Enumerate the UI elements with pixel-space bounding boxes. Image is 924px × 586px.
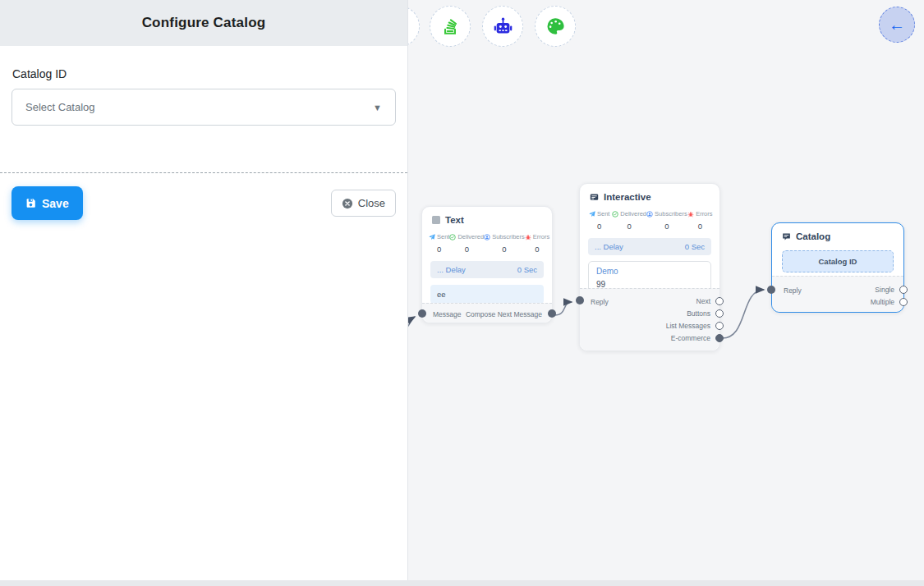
delay-label: ... Delay bbox=[437, 265, 466, 274]
toolbar-button-robot[interactable] bbox=[482, 6, 523, 47]
stack-icon bbox=[439, 16, 461, 37]
close-button-label: Close bbox=[358, 197, 385, 209]
stat-delivered: Delivered 0 bbox=[612, 210, 646, 231]
node-interactive-footer: Reply Next Buttons List Messages E-comme… bbox=[580, 288, 719, 350]
output-buttons: Buttons bbox=[687, 308, 719, 318]
handle-reply-input[interactable] bbox=[576, 296, 584, 304]
toolbar-button-stack[interactable] bbox=[430, 6, 471, 47]
sent-icon bbox=[429, 234, 435, 240]
save-button[interactable]: Save bbox=[11, 186, 83, 220]
message-input-label: Message bbox=[433, 310, 462, 318]
node-stats: Sent 0 Delivered 0 Subscribers 0 Errors … bbox=[422, 227, 552, 254]
flow-canvas[interactable]: ← Text Sent 0 bbox=[408, 0, 924, 586]
close-button[interactable]: Close bbox=[331, 190, 396, 217]
edge-interactive-to-catalog bbox=[721, 290, 764, 338]
output-next: Next bbox=[696, 295, 719, 306]
errors-icon bbox=[525, 234, 531, 240]
robot-icon bbox=[492, 16, 514, 38]
node-text-footer: Message Compose Next Message bbox=[422, 303, 552, 323]
delivered-icon bbox=[449, 234, 456, 240]
errors-icon bbox=[687, 211, 694, 217]
left-arrow-icon: ← bbox=[889, 16, 905, 33]
page-title: Configure Catalog bbox=[142, 15, 266, 31]
interactive-body-title: Demo bbox=[596, 267, 703, 276]
stat-errors: Errors 0 bbox=[687, 210, 713, 231]
node-interactive-header: Interactive bbox=[580, 184, 719, 204]
handle-list-messages-output[interactable] bbox=[715, 322, 724, 330]
catalog-select[interactable]: Select Catalog ▼ bbox=[11, 89, 396, 126]
stat-sent: Sent 0 bbox=[586, 210, 612, 231]
handle-buttons-output[interactable] bbox=[715, 309, 724, 318]
delay-label: ... Delay bbox=[595, 242, 623, 251]
close-icon bbox=[342, 198, 353, 209]
node-title: Interactive bbox=[604, 192, 651, 202]
stat-subscribers: Subscribers 0 bbox=[484, 233, 525, 254]
delay-row[interactable]: ... Delay 0 Sec bbox=[430, 261, 544, 278]
delivered-icon bbox=[612, 211, 618, 217]
save-icon bbox=[25, 198, 36, 208]
node-interactive[interactable]: Interactive Sent 0 Delivered 0 Subscribe… bbox=[579, 183, 720, 351]
edge-text-to-interactive bbox=[554, 302, 572, 315]
output-single: Single bbox=[875, 284, 903, 295]
catalog-select-value: Select Catalog bbox=[25, 101, 95, 113]
handle-multiple-output[interactable] bbox=[899, 298, 908, 306]
subscribers-icon bbox=[646, 211, 653, 217]
stat-subscribers: Subscribers 0 bbox=[646, 210, 687, 231]
node-text-header: Text bbox=[422, 207, 552, 227]
chevron-down-icon: ▼ bbox=[373, 103, 382, 112]
horizontal-scrollbar[interactable] bbox=[0, 580, 924, 586]
handle-reply-input[interactable] bbox=[767, 286, 775, 294]
handle-ecommerce-output[interactable] bbox=[715, 334, 724, 342]
message-preview[interactable]: ee bbox=[430, 285, 544, 304]
stat-delivered: Delivered 0 bbox=[449, 233, 484, 254]
handle-next-output[interactable] bbox=[715, 297, 724, 305]
panel-actions: Save Close bbox=[0, 173, 407, 220]
palette-icon bbox=[545, 16, 566, 37]
output-multiple: Multiple bbox=[871, 296, 903, 307]
node-title: Text bbox=[445, 215, 464, 225]
node-text[interactable]: Text Sent 0 Delivered 0 Subscribers 0 Er… bbox=[421, 206, 553, 323]
app-window: Configure Catalog Catalog ID Select Cata… bbox=[0, 0, 924, 586]
edge-incoming-to-text bbox=[408, 317, 415, 328]
configure-catalog-panel: Configure Catalog Catalog ID Select Cata… bbox=[0, 0, 408, 586]
output-ecommerce: E-commerce bbox=[671, 332, 719, 343]
subscribers-icon bbox=[484, 234, 490, 240]
save-button-label: Save bbox=[42, 197, 69, 210]
sent-icon bbox=[589, 211, 595, 217]
panel-body: Catalog ID Select Catalog ▼ bbox=[0, 46, 407, 137]
handle-message-input[interactable] bbox=[418, 309, 426, 318]
stat-errors: Errors 0 bbox=[525, 233, 549, 254]
interactive-node-icon bbox=[590, 193, 599, 202]
stat-sent: Sent 0 bbox=[429, 233, 449, 254]
toolbar-button-palette[interactable] bbox=[535, 6, 576, 47]
compose-next-message-label: Compose Next Message bbox=[466, 310, 542, 318]
reply-input-label: Reply bbox=[591, 298, 609, 306]
panel-header: Configure Catalog bbox=[0, 0, 407, 46]
node-catalog-header: Catalog bbox=[772, 223, 903, 244]
text-node-icon bbox=[432, 216, 440, 224]
catalog-id-label: Catalog ID bbox=[12, 67, 396, 80]
catalog-id-button[interactable]: Catalog ID bbox=[782, 250, 894, 272]
output-list-messages: List Messages bbox=[666, 320, 719, 331]
node-catalog-footer: Reply Single Multiple bbox=[772, 276, 903, 312]
node-stats: Sent 0 Delivered 0 Subscribers 0 Errors … bbox=[580, 204, 719, 231]
node-catalog[interactable]: Catalog Catalog ID Reply Single Multiple bbox=[771, 222, 904, 313]
delay-value: 0 Sec bbox=[517, 265, 537, 274]
toolbar-circle-partial[interactable] bbox=[408, 6, 420, 47]
delay-value: 0 Sec bbox=[685, 242, 705, 251]
catalog-node-icon bbox=[782, 232, 791, 241]
delay-row[interactable]: ... Delay 0 Sec bbox=[588, 238, 711, 255]
handle-compose-next-message-output[interactable] bbox=[548, 309, 556, 318]
handle-single-output[interactable] bbox=[899, 286, 908, 294]
back-button[interactable]: ← bbox=[879, 7, 915, 43]
node-title: Catalog bbox=[796, 231, 830, 241]
reply-input-label: Reply bbox=[784, 286, 802, 295]
